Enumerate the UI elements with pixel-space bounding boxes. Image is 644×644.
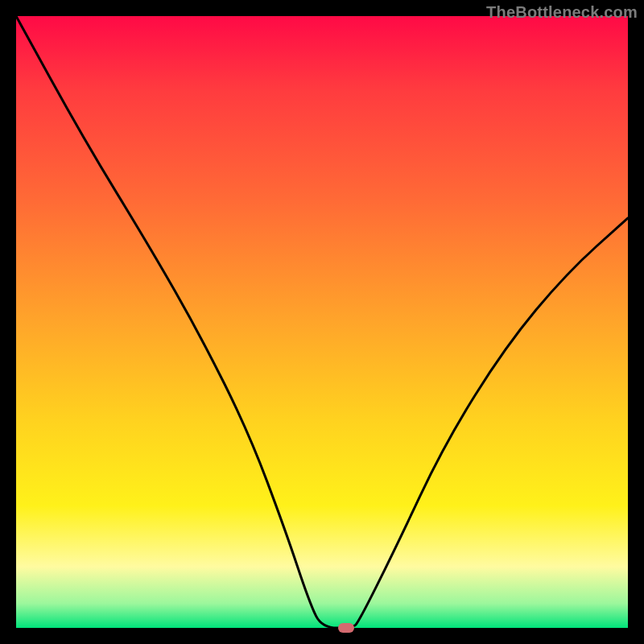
chart-curve-layer [16, 16, 628, 628]
chart-marker-dot [338, 623, 354, 633]
chart-curve [16, 16, 628, 628]
chart-stage: TheBottleneck.com [0, 0, 644, 644]
watermark-text: TheBottleneck.com [486, 3, 638, 22]
